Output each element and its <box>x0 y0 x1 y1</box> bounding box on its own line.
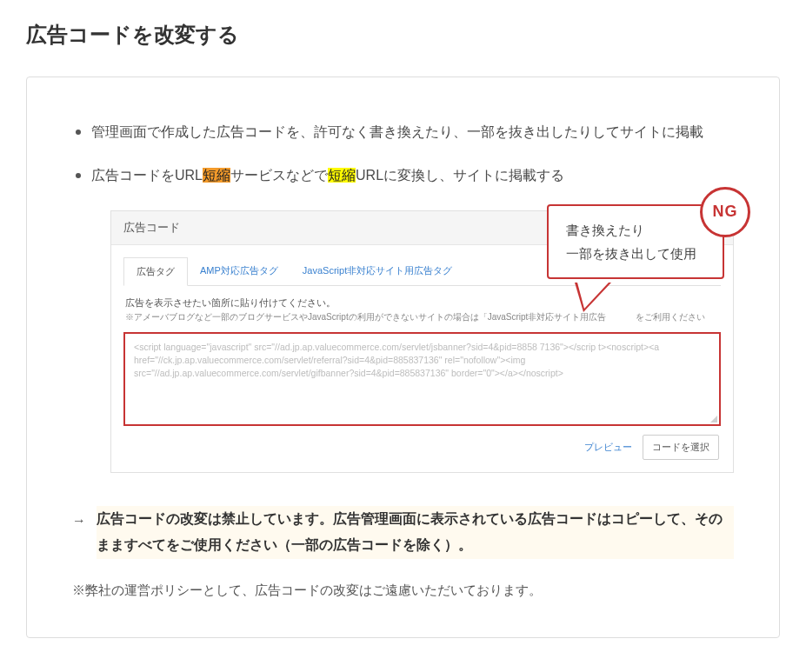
rule-text: 管理画面で作成した広告コードを、許可なく書き換えたり、一部を抜き出したりしてサイ… <box>91 124 703 139</box>
panel-note: ※アメーバブログなど一部のブログサービスやJavaScriptの利用ができないサ… <box>125 311 719 323</box>
tab-ad[interactable]: 広告タグ <box>123 257 188 286</box>
rule-text-part: サービスなどで <box>230 168 328 183</box>
panel-footer: プレビュー コードを選択 <box>123 426 721 460</box>
callout-line2: 一部を抜き出して使用 <box>566 242 696 265</box>
rule-list: 管理画面で作成した広告コードを、許可なく書き換えたり、一部を抜き出したりしてサイ… <box>72 119 734 190</box>
list-item: 広告コードをURL短縮サービスなどで短縮URLに変換し、サイトに掲載する <box>72 163 734 189</box>
tab-nojs[interactable]: JavaScript非対応サイト用広告タグ <box>290 257 464 285</box>
code-line: href="//ck.jp.ap.valuecommerce.com/servl… <box>134 354 710 367</box>
callout-line1: 書き換えたり <box>566 218 696 242</box>
page-title: 広告コードを改変する <box>26 21 780 49</box>
panel-body: 広告タグ AMP対応広告タグ JavaScript非対応サイト用広告タグ 広告を… <box>111 245 733 472</box>
rule-text-part: URLに変換し、サイトに掲載する <box>356 168 564 183</box>
note-post: をご利用ください <box>636 312 705 322</box>
resize-handle-icon[interactable] <box>710 416 717 422</box>
ng-badge: NG <box>700 187 750 237</box>
conclusion-text: 広告コードの改変は禁止しています。広告管理画面に表示されている広告コードはコピー… <box>97 506 734 559</box>
content-card: 管理画面で作成した広告コードを、許可なく書き換えたり、一部を抜き出したりしてサイ… <box>26 77 780 638</box>
code-line: <script language="javascript" src="//ad.… <box>134 341 710 354</box>
code-textarea[interactable]: <script language="javascript" src="//ad.… <box>123 332 721 426</box>
preview-link[interactable]: プレビュー <box>584 441 632 454</box>
list-item: 管理画面で作成した広告コードを、許可なく書き換えたり、一部を抜き出したりしてサイ… <box>72 119 734 145</box>
disclaimer-text: ※弊社の運営ポリシーとして、広告コードの改変はご遠慮いただいております。 <box>72 578 734 603</box>
callout-box: 書き換えたり 一部を抜き出して使用 <box>547 204 724 279</box>
callout-tail <box>575 283 611 312</box>
note-pre: ※アメーバブログなど一部のブログサービスやJavaScriptの利用ができないサ… <box>125 312 606 322</box>
panel-instruction: 広告を表示させたい箇所に貼り付けてください。 <box>125 296 719 309</box>
code-line: src="//ad.jp.ap.valuecommerce.com/servle… <box>134 367 710 380</box>
ad-code-panel: NG 書き換えたり 一部を抜き出して使用 広告コード 広告タグ AMP対応広告タ… <box>110 210 734 473</box>
select-code-button[interactable]: コードを選択 <box>643 435 719 460</box>
arrow-icon: → <box>72 506 86 534</box>
highlight-orange: 短縮 <box>203 168 230 183</box>
highlight-yellow: 短縮 <box>328 168 356 183</box>
conclusion-line: → 広告コードの改変は禁止しています。広告管理画面に表示されている広告コードはコ… <box>72 506 734 559</box>
tab-amp[interactable]: AMP対応広告タグ <box>188 257 290 285</box>
rule-text-part: 広告コードをURL <box>91 168 203 183</box>
